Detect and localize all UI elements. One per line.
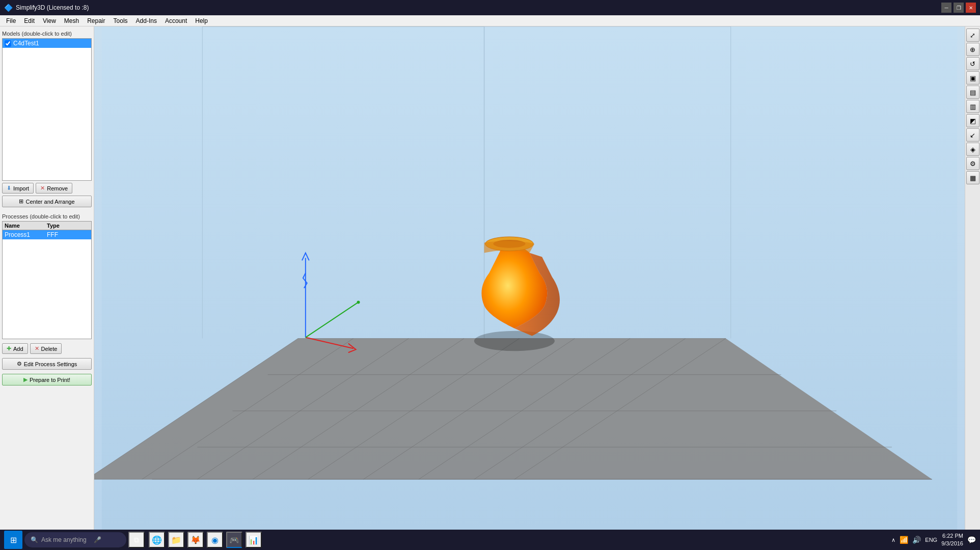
col-type: Type	[47, 223, 89, 229]
wireframe-button[interactable]: ▤	[966, 86, 979, 99]
taskbar-explorer-icon[interactable]: 📁	[168, 532, 184, 548]
process-list[interactable]: Process1 FFF	[2, 230, 92, 339]
settings-button[interactable]: ⚙	[966, 157, 979, 170]
prepare-icon: ▶	[23, 376, 28, 383]
menu-repair[interactable]: Repair	[83, 16, 109, 25]
zoom-button[interactable]: ⊕	[966, 43, 979, 56]
3d-scene	[94, 26, 965, 530]
network-icon: 📶	[900, 536, 908, 544]
menu-mesh[interactable]: Mesh	[60, 16, 83, 25]
svg-point-25	[357, 300, 360, 304]
left-panel: Models (double-click to edit) C4dTest1 ⬇…	[0, 26, 94, 530]
start-button[interactable]: ⊞	[4, 531, 22, 549]
import-button[interactable]: ⬇ Import	[2, 183, 34, 194]
title-bar: 🔷 Simplify3D (Licensed to :8) ─ ❐ ✕	[0, 0, 980, 15]
process-table-header: Name Type	[2, 221, 92, 230]
clock-date: 9/3/2016	[941, 540, 963, 547]
minimize-button[interactable]: ─	[941, 3, 951, 13]
app-icon: 🔷	[4, 4, 13, 12]
edit-icon: ⚙	[17, 361, 22, 367]
language-indicator: ENG	[925, 537, 937, 543]
taskbar: ⊞ 🔍 Ask me anything 🎤 ⧉ 🌐 📁 🦊 ◉ 🎮 📊 ∧ 📶 …	[0, 530, 980, 550]
right-toolbar: ⤢ ⊕ ↺ ▣ ▤ ▥ ◩ ↙ ◈ ⚙ ▦	[965, 26, 980, 530]
taskbar-simplify3d-icon[interactable]: 🎮	[226, 532, 242, 548]
menu-view[interactable]: View	[39, 16, 60, 25]
taskbar-chart-icon[interactable]: 📊	[246, 532, 262, 548]
edit-process-label: Edit Process Settings	[24, 361, 77, 367]
clock: 6:22 PM 9/3/2016	[941, 532, 963, 548]
remove-icon: ✕	[40, 185, 45, 191]
search-box[interactable]: 🔍 Ask me anything 🎤	[24, 532, 126, 547]
taskbar-app-icons: 🌐 📁 🦊 ◉ 🎮 📊	[149, 532, 262, 548]
delete-icon: ✕	[35, 345, 39, 352]
grid-button[interactable]: ▦	[966, 171, 979, 184]
process-type: FFF	[47, 231, 89, 238]
delete-label: Delete	[41, 346, 58, 352]
svg-point-26	[474, 331, 555, 351]
edit-process-button[interactable]: ⚙ Edit Process Settings	[2, 358, 92, 370]
add-delete-row: ✚ Add ✕ Delete	[2, 343, 92, 354]
perspective-button[interactable]: ▣	[966, 71, 979, 85]
floor-button[interactable]: ↙	[966, 128, 979, 142]
model-list[interactable]: C4dTest1	[2, 38, 92, 181]
process-buttons: ✚ Add ✕ Delete ⚙ Edit Process Settings ▶…	[2, 341, 92, 386]
restore-button[interactable]: ❐	[954, 3, 964, 13]
model-buttons-row: ⬇ Import ✕ Remove	[2, 183, 92, 194]
col-name: Name	[5, 223, 47, 229]
prepare-to-print-button[interactable]: ▶ Prepare to Print!	[2, 374, 92, 386]
search-icon: 🔍	[31, 536, 38, 543]
import-icon: ⬇	[7, 185, 11, 191]
clock-time: 6:22 PM	[941, 532, 963, 540]
remove-button[interactable]: ✕ Remove	[36, 183, 72, 194]
notifications-icon[interactable]: 💬	[967, 536, 976, 544]
add-icon: ✚	[7, 345, 11, 352]
main-layout: Models (double-click to edit) C4dTest1 ⬇…	[0, 26, 980, 530]
taskbar-firefox-icon[interactable]: 🦊	[187, 532, 204, 548]
title-text: 🔷 Simplify3D (Licensed to :8)	[4, 4, 89, 12]
window-title: Simplify3D (Licensed to :8)	[16, 4, 89, 11]
model-item[interactable]: C4dTest1	[3, 39, 91, 48]
menu-help[interactable]: Help	[191, 16, 212, 25]
process-item[interactable]: Process1 FFF	[3, 230, 91, 239]
search-placeholder: Ask me anything	[41, 536, 87, 543]
center-arrange-label: Center and Arrange	[25, 199, 74, 205]
taskbar-browser2-icon[interactable]: ◉	[207, 532, 223, 548]
add-label: Add	[13, 346, 23, 352]
system-tray: ∧ 📶 🔊 ENG 6:22 PM 9/3/2016 💬	[891, 532, 976, 548]
menu-account[interactable]: Account	[161, 16, 191, 25]
process-name: Process1	[5, 231, 47, 238]
rotate-button[interactable]: ↺	[966, 57, 979, 70]
viewport[interactable]	[94, 26, 965, 530]
menu-edit[interactable]: Edit	[20, 16, 39, 25]
surface-button[interactable]: ▥	[966, 100, 979, 113]
add-process-button[interactable]: ✚ Add	[2, 343, 28, 354]
task-view-button[interactable]: ⧉	[128, 532, 145, 548]
import-label: Import	[13, 185, 29, 191]
close-button[interactable]: ✕	[966, 3, 976, 13]
center-arrange-button[interactable]: ⊞ Center and Arrange	[2, 196, 92, 207]
menu-file[interactable]: File	[2, 16, 20, 25]
remove-label: Remove	[47, 185, 68, 191]
microphone-icon: 🎤	[94, 536, 101, 543]
menu-tools[interactable]: Tools	[110, 16, 132, 25]
menu-bar: File Edit View Mesh Repair Tools Add-Ins…	[0, 15, 980, 26]
menu-addins[interactable]: Add-Ins	[132, 16, 161, 25]
window-controls: ─ ❐ ✕	[941, 3, 976, 13]
shaded-button[interactable]: ◩	[966, 114, 979, 127]
tray-chevron[interactable]: ∧	[891, 537, 895, 543]
delete-process-button[interactable]: ✕ Delete	[30, 343, 62, 354]
models-label: Models (double-click to edit)	[2, 31, 92, 37]
processes-label: Processes (double-click to edit)	[2, 213, 92, 219]
volume-icon: 🔊	[912, 536, 921, 544]
model-name: C4dTest1	[13, 40, 39, 47]
taskbar-edge-icon[interactable]: 🌐	[149, 532, 165, 548]
prepare-label: Prepare to Print!	[30, 377, 70, 383]
cross-section-button[interactable]: ◈	[966, 143, 979, 156]
fit-view-button[interactable]: ⤢	[966, 29, 979, 42]
center-icon: ⊞	[19, 198, 23, 205]
processes-section: Processes (double-click to edit) Name Ty…	[2, 211, 92, 528]
model-checkbox[interactable]	[5, 40, 11, 47]
